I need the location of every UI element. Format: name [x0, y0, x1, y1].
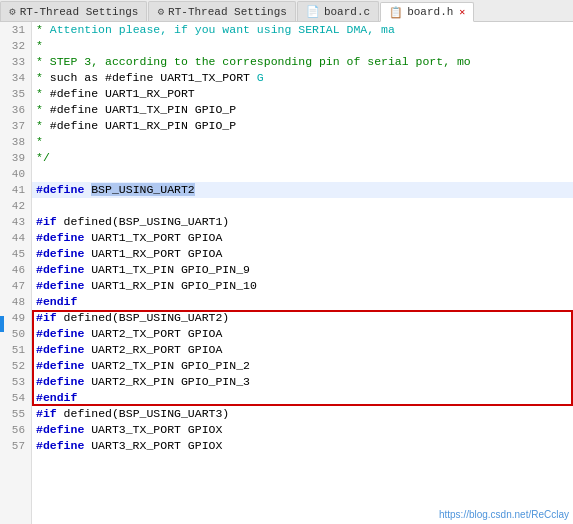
code-line: #define UART1_RX_PORT GPIOA [32, 246, 573, 262]
line-number: 36 [6, 102, 25, 118]
line-number: 42 [6, 198, 25, 214]
line-number: 39 [6, 150, 25, 166]
line-number: 40 [6, 166, 25, 182]
tab-board-c[interactable]: 📄 board.c [297, 1, 379, 21]
code-line: #define UART2_TX_PIN GPIO_PIN_2 [32, 358, 573, 374]
line-number: 41 [6, 182, 25, 198]
line-number: 52 [6, 358, 25, 374]
code-line: * such as #define UART1_TX_PORT G [32, 70, 573, 86]
code-line: * #define UART1_RX_PIN GPIO_P [32, 118, 573, 134]
line-number: 34 [6, 70, 25, 86]
line-number: 48 [6, 294, 25, 310]
code-line: * #define UART1_RX_PORT [32, 86, 573, 102]
code-line: * Attention please, if you want using SE… [32, 22, 573, 38]
line-number: 33 [6, 54, 25, 70]
line-number: 32 [6, 38, 25, 54]
code-line: */ [32, 150, 573, 166]
tab-rt-thread-2[interactable]: ⚙ RT-Thread Settings [148, 1, 295, 21]
line-number: 35 [6, 86, 25, 102]
line-number: 37 [6, 118, 25, 134]
code-line: * #define UART1_TX_PIN GPIO_P [32, 102, 573, 118]
code-line [32, 166, 573, 182]
code-line: #define UART1_TX_PORT GPIOA [32, 230, 573, 246]
tab-bar: ⚙ RT-Thread Settings ⚙ RT-Thread Setting… [0, 0, 573, 22]
line-number: 53 [6, 374, 25, 390]
line-number: 51 [6, 342, 25, 358]
code-line: #define UART3_TX_PORT GPIOX [32, 422, 573, 438]
line-number: 56 [6, 422, 25, 438]
line-number: 31 [6, 22, 25, 38]
code-line: #endif [32, 390, 573, 406]
code-line: #define UART1_TX_PIN GPIO_PIN_9 [32, 262, 573, 278]
code-line: #define BSP_USING_UART2 [32, 182, 573, 198]
tab-rt-thread-1[interactable]: ⚙ RT-Thread Settings [0, 1, 147, 21]
tab-label-1: RT-Thread Settings [20, 6, 139, 18]
code-line: * [32, 38, 573, 54]
code-line: #define UART3_RX_PORT GPIOX [32, 438, 573, 454]
line-number: 54 [6, 390, 25, 406]
code-line: #if defined(BSP_USING_UART3) [32, 406, 573, 422]
line-number: 55 [6, 406, 25, 422]
code-line: #define UART2_RX_PORT GPIOA [32, 342, 573, 358]
code-area: 3132333435363738394041424344454647484950… [0, 22, 573, 524]
tab-icon-1: ⚙ [9, 5, 16, 18]
line-number: 46 [6, 262, 25, 278]
tab-icon-3: 📄 [306, 5, 320, 18]
code-line: * STEP 3, according to the corresponding… [32, 54, 573, 70]
line-numbers: 3132333435363738394041424344454647484950… [0, 22, 32, 524]
code-content[interactable]: * Attention please, if you want using SE… [32, 22, 573, 524]
code-line: #define UART1_RX_PIN GPIO_PIN_10 [32, 278, 573, 294]
line-number: 47 [6, 278, 25, 294]
code-line [32, 198, 573, 214]
code-line: #define UART2_TX_PORT GPIOA [32, 326, 573, 342]
tab-label-2: RT-Thread Settings [168, 6, 287, 18]
line-indicator [0, 316, 4, 332]
code-line: #if defined(BSP_USING_UART1) [32, 214, 573, 230]
line-number: 49 [6, 310, 25, 326]
code-line: #define UART2_RX_PIN GPIO_PIN_3 [32, 374, 573, 390]
watermark: https://blog.csdn.net/ReCclay [439, 509, 569, 520]
tab-board-h[interactable]: 📋 board.h ✕ [380, 2, 474, 22]
line-number: 44 [6, 230, 25, 246]
tab-icon-4: 📋 [389, 6, 403, 19]
code-line: * [32, 134, 573, 150]
code-line: #if defined(BSP_USING_UART2) [32, 310, 573, 326]
line-number: 38 [6, 134, 25, 150]
line-number: 57 [6, 438, 25, 454]
line-number: 43 [6, 214, 25, 230]
code-line: #endif [32, 294, 573, 310]
line-number: 45 [6, 246, 25, 262]
close-tab-button[interactable]: ✕ [459, 6, 465, 18]
tab-icon-2: ⚙ [157, 5, 164, 18]
tab-label-4: board.h [407, 6, 453, 18]
tab-label-3: board.c [324, 6, 370, 18]
line-number: 50 [6, 326, 25, 342]
